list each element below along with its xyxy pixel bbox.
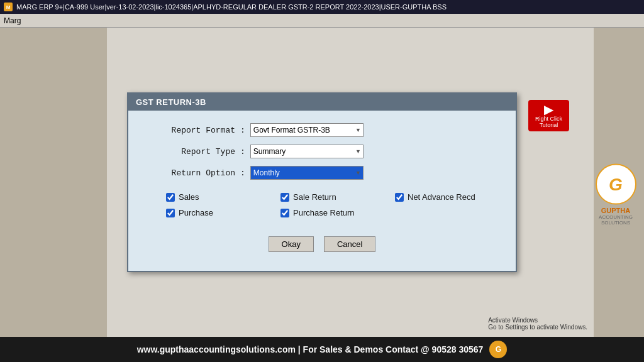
- return-option-label: Return Option: [147, 168, 235, 178]
- report-type-select-wrapper: Summary: [250, 145, 364, 158]
- checkbox-purchase-return: Purchase Return: [280, 208, 382, 217]
- purchase-return-label: Purchase Return: [293, 208, 355, 217]
- purchase-return-checkbox[interactable]: [280, 209, 289, 217]
- sale-return-label: Sale Return: [293, 192, 336, 202]
- return-option-select[interactable]: Monthly Quarterly: [250, 166, 364, 180]
- cancel-button[interactable]: Cancel: [324, 236, 375, 252]
- main-area: GST RETURN-3B Report Format : Govt Forma…: [0, 28, 644, 337]
- sales-checkbox[interactable]: [166, 193, 175, 202]
- app-icon: M: [4, 3, 13, 11]
- dialog-body: Report Format : Govt Format GSTR-3B Repo…: [128, 111, 516, 271]
- return-option-row: Return Option : Monthly Quarterly: [147, 166, 497, 180]
- purchase-label: Purchase: [179, 208, 213, 217]
- net-advance-checkbox[interactable]: [395, 193, 404, 202]
- colon-3: :: [240, 168, 245, 178]
- report-format-select-wrapper: Govt Format GSTR-3B: [250, 123, 364, 137]
- net-advance-label: Net Advance Recd: [408, 192, 475, 202]
- sale-return-checkbox[interactable]: [280, 193, 289, 202]
- checkbox-purchase: Purchase: [166, 208, 268, 217]
- checkboxes-area: Sales Sale Return Net Advance Recd Purch…: [166, 192, 497, 217]
- report-type-label: Report Type: [147, 147, 235, 156]
- checkbox-net-advance: Net Advance Recd: [395, 192, 497, 202]
- sales-label: Sales: [179, 192, 199, 202]
- title-bar-text: MARG ERP 9+|CA-999 User|ver-13-02-2023|l…: [16, 3, 447, 11]
- report-format-select[interactable]: Govt Format GSTR-3B: [250, 123, 364, 137]
- youtube-button[interactable]: ▶ Right Click Tutorial: [528, 100, 569, 131]
- return-option-select-wrapper: Monthly Quarterly: [250, 166, 364, 180]
- youtube-label2: Tutorial: [540, 122, 558, 128]
- footer-logo: G: [489, 341, 507, 358]
- dialog-container: GST RETURN-3B Report Format : Govt Forma…: [0, 28, 644, 337]
- report-format-label: Report Format: [147, 126, 235, 135]
- title-bar: M MARG ERP 9+|CA-999 User|ver-13-02-2023…: [0, 0, 644, 14]
- checkbox-sales: Sales: [166, 192, 268, 202]
- report-type-select[interactable]: Summary: [250, 145, 364, 158]
- footer-text: www.gupthaaccountingsolutions.com | For …: [137, 344, 484, 354]
- footer: www.gupthaaccountingsolutions.com | For …: [0, 337, 644, 362]
- okay-button[interactable]: Okay: [269, 236, 314, 252]
- gst-return-dialog: GST RETURN-3B Report Format : Govt Forma…: [127, 92, 517, 272]
- colon-1: :: [240, 126, 245, 135]
- youtube-play-icon: ▶: [544, 103, 553, 116]
- colon-2: :: [240, 147, 245, 156]
- menu-bar: Marg: [0, 14, 644, 28]
- report-format-row: Report Format : Govt Format GSTR-3B: [147, 123, 497, 137]
- menu-item-marg[interactable]: Marg: [4, 16, 21, 25]
- dialog-header: GST RETURN-3B: [128, 94, 516, 111]
- youtube-label1: Right Click: [535, 116, 562, 122]
- purchase-checkbox[interactable]: [166, 209, 175, 217]
- checkbox-sale-return: Sale Return: [280, 192, 382, 202]
- buttons-row: Okay Cancel: [147, 236, 497, 252]
- dialog-title: GST RETURN-3B: [136, 97, 206, 107]
- report-type-row: Report Type : Summary: [147, 145, 497, 158]
